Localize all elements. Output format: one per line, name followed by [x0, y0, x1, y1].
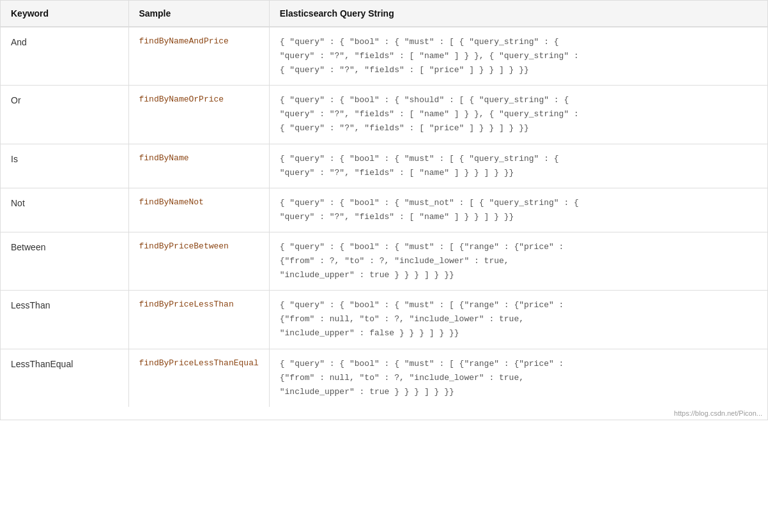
query-line: "include_upper" : false } } } ] } }}	[280, 328, 459, 338]
query-line: "query" : "?", "fields" : [ "name" ] } }…	[280, 212, 514, 222]
query-line: { "query" : { "bool" : { "should" : [ { …	[280, 95, 569, 105]
query-cell: { "query" : { "bool" : { "must" : [ { "q…	[269, 144, 767, 188]
sample-cell: findByNameAndPrice	[128, 27, 269, 86]
table-header-row: Keyword Sample Elasticsearch Query Strin…	[1, 1, 767, 27]
query-cell: { "query" : { "bool" : { "must_not" : [ …	[269, 188, 767, 232]
query-cell: { "query" : { "bool" : { "must" : [ {"ra…	[269, 349, 767, 407]
keyword-table: Keyword Sample Elasticsearch Query Strin…	[1, 1, 767, 407]
query-line: { "query" : "?", "fields" : [ "price" ] …	[280, 65, 529, 75]
query-line: { "query" : "?", "fields" : [ "price" ] …	[280, 123, 529, 133]
query-cell: { "query" : { "bool" : { "must" : [ { "q…	[269, 27, 767, 86]
sample-cell: findByNameNot	[128, 188, 269, 232]
sample-cell: findByPriceLessThan	[128, 291, 269, 349]
query-cell: { "query" : { "bool" : { "should" : [ { …	[269, 86, 767, 144]
query-line: "query" : "?", "fields" : [ "name" ] } }…	[280, 168, 514, 178]
sample-header: Sample	[128, 1, 269, 27]
query-line: "include_upper" : true } } } ] } }}	[280, 387, 454, 397]
query-line: "query" : "?", "fields" : [ "name" ] } }…	[280, 109, 579, 119]
table-row: NotfindByNameNot{ "query" : { "bool" : {…	[1, 188, 767, 232]
table-row: BetweenfindByPriceBetween{ "query" : { "…	[1, 232, 767, 290]
query-header: Elasticsearch Query String	[269, 1, 767, 27]
main-table-container: Keyword Sample Elasticsearch Query Strin…	[0, 0, 768, 420]
table-row: AndfindByNameAndPrice{ "query" : { "bool…	[1, 27, 767, 86]
query-cell: { "query" : { "bool" : { "must" : [ {"ra…	[269, 291, 767, 349]
query-line: {"from" : ?, "to" : ?, "include_lower" :…	[280, 256, 509, 266]
keyword-cell: LessThan	[1, 291, 128, 349]
keyword-cell: LessThanEqual	[1, 349, 128, 407]
keyword-cell: Or	[1, 86, 128, 144]
table-row: LessThanfindByPriceLessThan{ "query" : {…	[1, 291, 767, 349]
sample-cell: findByPriceLessThanEqual	[128, 349, 269, 407]
table-row: LessThanEqualfindByPriceLessThanEqual{ "…	[1, 349, 767, 407]
query-cell: { "query" : { "bool" : { "must" : [ {"ra…	[269, 232, 767, 290]
query-line: { "query" : { "bool" : { "must" : [ {"ra…	[280, 242, 564, 252]
query-line: { "query" : { "bool" : { "must" : [ { "q…	[280, 154, 559, 163]
keyword-header: Keyword	[1, 1, 128, 27]
keyword-cell: Between	[1, 232, 128, 290]
table-row: OrfindByNameOrPrice{ "query" : { "bool" …	[1, 86, 767, 144]
query-line: "query" : "?", "fields" : [ "name" ] } }…	[280, 51, 579, 61]
query-line: {"from" : null, "to" : ?, "include_lower…	[280, 314, 524, 324]
query-line: "include_upper" : true } } } ] } }}	[280, 270, 454, 280]
keyword-cell: And	[1, 27, 128, 86]
sample-cell: findByPriceBetween	[128, 232, 269, 290]
query-line: {"from" : null, "to" : ?, "include_lower…	[280, 373, 524, 383]
table-row: IsfindByName{ "query" : { "bool" : { "mu…	[1, 144, 767, 188]
query-line: { "query" : { "bool" : { "must" : [ {"ra…	[280, 300, 564, 310]
keyword-cell: Not	[1, 188, 128, 232]
query-line: { "query" : { "bool" : { "must_not" : [ …	[280, 198, 579, 208]
keyword-cell: Is	[1, 144, 128, 188]
query-line: { "query" : { "bool" : { "must" : [ { "q…	[280, 37, 559, 47]
footer-link: https://blog.csdn.net/Picon...	[1, 407, 767, 420]
query-line: { "query" : { "bool" : { "must" : [ {"ra…	[280, 359, 564, 369]
sample-cell: findByName	[128, 144, 269, 188]
sample-cell: findByNameOrPrice	[128, 86, 269, 144]
